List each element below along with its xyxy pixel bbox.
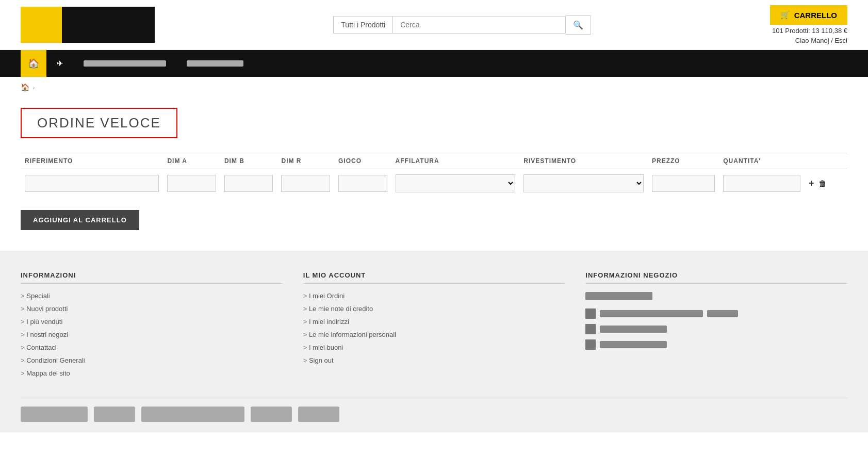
info-bar-med-2 — [600, 326, 667, 333]
footer-link-mappa[interactable]: Mappa del sito — [21, 369, 283, 377]
page-title-box: ORDINE VELOCE — [21, 108, 177, 138]
cell-affilatura: Opzione 1 Opzione 2 — [391, 169, 520, 198]
cell-dimr — [277, 169, 334, 198]
info-icon-3 — [585, 339, 596, 350]
footer-link-nostri-negozi[interactable]: I nostri negozi — [21, 331, 283, 338]
footer-link-nuovi-prodotti[interactable]: Nuovi prodotti — [21, 305, 283, 313]
search-area: Tutti i Prodotti 🔍 — [333, 15, 591, 35]
nav-bar: 🏠 ✈ — [0, 50, 868, 77]
search-button[interactable]: 🔍 — [566, 15, 591, 35]
main-content: ORDINE VELOCE RIFERIMENTO DIM A DIM B DI… — [0, 98, 868, 251]
info-row-2 — [585, 324, 847, 334]
footer-link-contattaci[interactable]: Contattaci — [21, 344, 283, 351]
search-category-btn[interactable]: Tutti i Prodotti — [333, 16, 392, 34]
footer-link-piu-venduti[interactable]: I più venduti — [21, 318, 283, 326]
affilatura-select[interactable]: Opzione 1 Opzione 2 — [396, 174, 516, 192]
col-header-gioco: GIOCO — [334, 153, 391, 169]
footer-col-informazioni: INFORMAZIONI Speciali Nuovi prodotti I p… — [21, 271, 283, 382]
footer-col3-title: INFORMAZIONI NEGOZIO — [585, 271, 847, 284]
nav-item-3[interactable] — [176, 50, 254, 77]
order-table: RIFERIMENTO DIM A DIM B DIM R GIOCO AFFI… — [21, 153, 847, 198]
page-title: ORDINE VELOCE — [37, 115, 161, 131]
nav-item-rocket[interactable]: ✈ — [46, 50, 73, 77]
footer-link-ordini[interactable]: I miei Ordini — [303, 292, 565, 300]
info-top-bar — [585, 292, 652, 300]
nav-item-2[interactable] — [73, 50, 176, 77]
footer-bottom-bar-5 — [298, 407, 339, 422]
col-header-dimb: DIM B — [220, 153, 277, 169]
footer-link-informazioni-personali[interactable]: Le mie informazioni personali — [303, 331, 565, 338]
footer-bottom-bar-1 — [21, 407, 88, 422]
dimr-input[interactable] — [281, 175, 330, 192]
col-header-dima: DIM A — [163, 153, 220, 169]
logo-black — [62, 7, 155, 43]
prezzo-input[interactable] — [652, 175, 715, 192]
cart-area: 🛒 CARRELLO 101 Prodotti: 13 110,38 € Cia… — [770, 5, 847, 44]
nav-item-bar-3 — [187, 60, 243, 67]
cart-count: 101 Prodotti: 13 110,38 € — [772, 27, 847, 35]
footer-bottom-bar-3 — [141, 407, 244, 422]
cell-quantita — [719, 169, 805, 198]
search-icon: 🔍 — [573, 21, 583, 29]
nav-item-bar-2 — [84, 60, 166, 67]
footer-col1-title: INFORMAZIONI — [21, 271, 283, 284]
riferimento-input[interactable] — [25, 175, 159, 192]
footer-col-negozio: INFORMAZIONI NEGOZIO — [585, 271, 847, 382]
cell-prezzo — [648, 169, 719, 198]
rivestimento-select[interactable]: Opzione 1 Opzione 2 — [523, 174, 644, 192]
delete-row-button[interactable]: 🗑 — [818, 179, 827, 188]
cart-button[interactable]: 🛒 CARRELLO — [770, 5, 847, 25]
cell-riferimento — [21, 169, 163, 198]
col-header-dimr: DIM R — [277, 153, 334, 169]
user-greeting[interactable]: Ciao Manoj / Esci — [795, 37, 847, 44]
footer-col1-links: Speciali Nuovi prodotti I più venduti I … — [21, 292, 283, 377]
footer-bottom-bar-2 — [94, 407, 135, 422]
col-header-actions — [805, 153, 847, 169]
footer-link-signout[interactable]: Sign out — [303, 356, 565, 364]
footer-link-indirizzi[interactable]: I miei indirizzi — [303, 318, 565, 326]
footer-col-account: IL MIO ACCOUNT I miei Ordini Le mie note… — [303, 271, 565, 382]
cart-icon: 🛒 — [780, 10, 790, 20]
add-row-button[interactable]: + — [809, 178, 814, 189]
footer-link-note-credito[interactable]: Le mie note di credito — [303, 305, 565, 313]
quantita-input[interactable] — [723, 175, 800, 192]
logo-yellow — [21, 7, 62, 43]
col-header-affilatura: AFFILATURA — [391, 153, 520, 169]
cell-rivestimento: Opzione 1 Opzione 2 — [519, 169, 648, 198]
info-row-1 — [585, 308, 847, 319]
info-bar-extra-1 — [707, 310, 738, 317]
footer-link-condizioni[interactable]: Condizioni Generali — [21, 356, 283, 364]
home-icon: 🏠 — [28, 58, 39, 69]
cart-label: CARRELLO — [794, 11, 837, 20]
logo-area — [21, 7, 155, 43]
breadcrumb-separator: › — [32, 84, 35, 91]
cell-gioco — [334, 169, 391, 198]
cell-dimb — [220, 169, 277, 198]
gioco-input[interactable] — [338, 175, 387, 192]
footer-bottom-bar — [21, 398, 847, 422]
info-bar-med-3 — [600, 341, 667, 348]
info-negozio-block — [585, 292, 847, 350]
add-to-cart-button[interactable]: AGGIUNGI AL CARRELLO — [21, 210, 139, 230]
col-header-quantita: QUANTITA' — [719, 153, 805, 169]
footer-bottom-bar-4 — [251, 407, 292, 422]
col-header-rivestimento: RIVESTIMENTO — [519, 153, 648, 169]
breadcrumb-home-icon[interactable]: 🏠 — [21, 83, 29, 91]
cell-dima — [163, 169, 220, 198]
footer-col2-title: IL MIO ACCOUNT — [303, 271, 565, 284]
breadcrumb: 🏠 › — [0, 77, 868, 98]
dima-input[interactable] — [167, 175, 216, 192]
rocket-icon: ✈ — [57, 59, 63, 68]
footer-link-buoni[interactable]: I miei buoni — [303, 344, 565, 351]
nav-home-button[interactable]: 🏠 — [21, 50, 46, 77]
footer-columns: INFORMAZIONI Speciali Nuovi prodotti I p… — [21, 271, 847, 382]
info-row-3 — [585, 339, 847, 350]
dimb-input[interactable] — [224, 175, 273, 192]
footer-link-speciali[interactable]: Speciali — [21, 292, 283, 300]
action-buttons: + 🗑 — [809, 178, 843, 189]
search-input[interactable] — [392, 16, 566, 34]
col-header-prezzo: PREZZO — [648, 153, 719, 169]
header: Tutti i Prodotti 🔍 🛒 CARRELLO 101 Prodot… — [0, 0, 868, 50]
info-icon-2 — [585, 324, 596, 334]
cell-actions: + 🗑 — [805, 169, 847, 198]
